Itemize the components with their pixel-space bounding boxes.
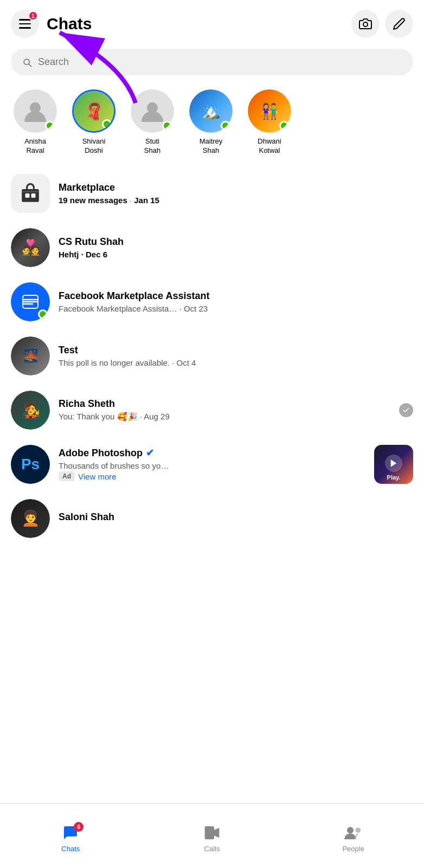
- people-nav-label: People: [342, 845, 364, 853]
- ad-thumbnail-inner: Play.: [374, 445, 413, 484]
- chat-preview-fb-marketplace: Facebook Marketplace Assista… · Oct 23: [59, 304, 413, 313]
- online-indicator: [162, 121, 172, 131]
- online-indicator: [45, 121, 55, 131]
- nav-people[interactable]: People: [282, 819, 424, 853]
- bottom-nav: 6 Chats Calls People: [0, 803, 424, 868]
- calls-nav-icon: [203, 824, 221, 841]
- nav-chats[interactable]: 6 Chats: [0, 819, 142, 853]
- chat-avatar-fb-marketplace: [11, 282, 50, 321]
- search-input[interactable]: [38, 56, 402, 68]
- svg-marker-9: [391, 459, 397, 467]
- search-bar: [0, 44, 424, 84]
- menu-badge: 1: [28, 11, 38, 21]
- story-stuti[interactable]: StutiShah: [128, 89, 177, 156]
- play-label: Play.: [387, 474, 401, 481]
- chat-name-saloni: Saloni Shah: [59, 511, 413, 523]
- chat-meta-richa: [399, 403, 413, 417]
- chat-name-richa: Richa Sheth: [59, 398, 390, 410]
- chat-preview-adobe: Thousands of brushes so yo…: [59, 461, 365, 470]
- chat-content-richa: Richa Sheth You: Thank you 🥰🎉 · Aug 29: [59, 398, 390, 422]
- chat-name-cs-rutu: CS Rutu Shah: [59, 236, 413, 248]
- story-name-stuti: StutiShah: [144, 137, 160, 156]
- ad-label: Ad: [59, 471, 75, 481]
- story-name-shivani: ShivaniDoshi: [82, 137, 106, 156]
- chat-name-test: Test: [59, 345, 413, 356]
- svg-marker-11: [214, 828, 219, 838]
- chat-content-marketplace: Marketplace 19 new messages · Jan 15: [59, 182, 413, 205]
- chat-avatar-cs-rutu: 💑: [11, 228, 50, 267]
- ad-thumbnail: Play.: [374, 445, 413, 484]
- online-indicator: [221, 121, 230, 131]
- svg-rect-6: [31, 193, 36, 198]
- chat-avatar-test: 🌉: [11, 336, 50, 375]
- chat-name-adobe: Adobe Photoshop ✔: [59, 447, 365, 459]
- header: 1 Chats: [0, 0, 424, 44]
- search-input-wrap[interactable]: [11, 49, 413, 75]
- chat-preview-richa: You: Thank you 🥰🎉 · Aug 29: [59, 412, 390, 422]
- search-icon: [22, 57, 33, 68]
- compose-button[interactable]: [385, 10, 413, 38]
- chat-preview-test: This poll is no longer available. · Oct …: [59, 358, 413, 367]
- story-avatar-stuti: [131, 89, 174, 133]
- ad-row: Ad View more: [59, 471, 365, 481]
- story-avatar-shivani: 🧣: [72, 89, 115, 133]
- read-receipt: [399, 403, 413, 417]
- header-actions: [351, 10, 413, 38]
- svg-rect-5: [25, 193, 30, 198]
- svg-rect-10: [205, 826, 214, 839]
- online-indicator: [38, 309, 48, 319]
- marketplace-avatar: [11, 174, 50, 213]
- chats-nav-icon: 6: [62, 824, 79, 841]
- online-indicator: [102, 119, 112, 129]
- chat-item-fb-marketplace[interactable]: Facebook Marketplace Assistant Facebook …: [0, 275, 424, 329]
- story-name-maitrey: MaitreyShah: [200, 137, 223, 156]
- chat-list: Marketplace 19 new messages · Jan 15 💑 C…: [0, 166, 424, 546]
- ps-logo-text: Ps: [21, 456, 40, 473]
- chat-item-saloni[interactable]: 🧑‍🦱 Saloni Shah: [0, 491, 424, 546]
- chat-content-fb-marketplace: Facebook Marketplace Assistant Facebook …: [59, 290, 413, 313]
- stories-row: AnishaRaval 🧣 ShivaniDoshi StutiShah 🏔️ …: [0, 84, 424, 166]
- chat-item-marketplace[interactable]: Marketplace 19 new messages · Jan 15: [0, 166, 424, 221]
- story-avatar-maitrey: 🏔️: [189, 89, 233, 133]
- chats-nav-badge: 6: [74, 822, 83, 832]
- verified-badge: ✔: [146, 447, 154, 459]
- chat-avatar-richa: 🧑‍🎤: [11, 391, 50, 430]
- chat-name-fb-marketplace: Facebook Marketplace Assistant: [59, 290, 413, 302]
- chat-avatar-saloni: 🧑‍🦱: [11, 499, 50, 538]
- nav-calls[interactable]: Calls: [142, 819, 283, 853]
- svg-point-0: [363, 22, 368, 27]
- story-avatar-anisha: [14, 89, 57, 133]
- chat-content-cs-rutu: CS Rutu Shah Hehtj · Dec 6: [59, 236, 413, 259]
- story-dhwani[interactable]: 👫 DhwaniKotwal: [245, 89, 294, 156]
- story-name-anisha: AnishaRaval: [24, 137, 46, 156]
- chat-item-cs-rutu[interactable]: 💑 CS Rutu Shah Hehtj · Dec 6: [0, 221, 424, 275]
- svg-point-13: [355, 827, 361, 833]
- chat-item-richa[interactable]: 🧑‍🎤 Richa Sheth You: Thank you 🥰🎉 · Aug …: [0, 383, 424, 437]
- calls-nav-label: Calls: [204, 845, 220, 853]
- svg-point-12: [347, 827, 354, 833]
- online-indicator: [279, 121, 289, 131]
- chats-nav-label: Chats: [61, 845, 80, 853]
- story-shivani[interactable]: 🧣 ShivaniDoshi: [69, 89, 118, 156]
- page-title: Chats: [47, 15, 351, 33]
- chat-item-adobe[interactable]: Ps Adobe Photoshop ✔ Thousands of brushe…: [0, 437, 424, 491]
- camera-button[interactable]: [351, 10, 380, 38]
- chat-content-saloni: Saloni Shah: [59, 511, 413, 525]
- chat-avatar-adobe: Ps: [11, 445, 50, 484]
- chat-preview-marketplace: 19 new messages · Jan 15: [59, 196, 413, 205]
- people-nav-icon: [344, 824, 363, 841]
- menu-button[interactable]: 1: [11, 10, 39, 38]
- view-more-link[interactable]: View more: [78, 472, 117, 481]
- story-maitrey[interactable]: 🏔️ MaitreyShah: [187, 89, 235, 156]
- story-name-dhwani: DhwaniKotwal: [258, 137, 281, 156]
- story-avatar-dhwani: 👫: [248, 89, 291, 133]
- chat-preview-cs-rutu: Hehtj · Dec 6: [59, 250, 413, 259]
- chat-content-adobe: Adobe Photoshop ✔ Thousands of brushes s…: [59, 447, 365, 481]
- story-anisha[interactable]: AnishaRaval: [11, 89, 60, 156]
- chat-item-test[interactable]: 🌉 Test This poll is no longer available.…: [0, 329, 424, 383]
- chat-name-marketplace: Marketplace: [59, 182, 413, 193]
- chat-content-test: Test This poll is no longer available. ·…: [59, 345, 413, 367]
- hamburger-icon: [19, 19, 31, 29]
